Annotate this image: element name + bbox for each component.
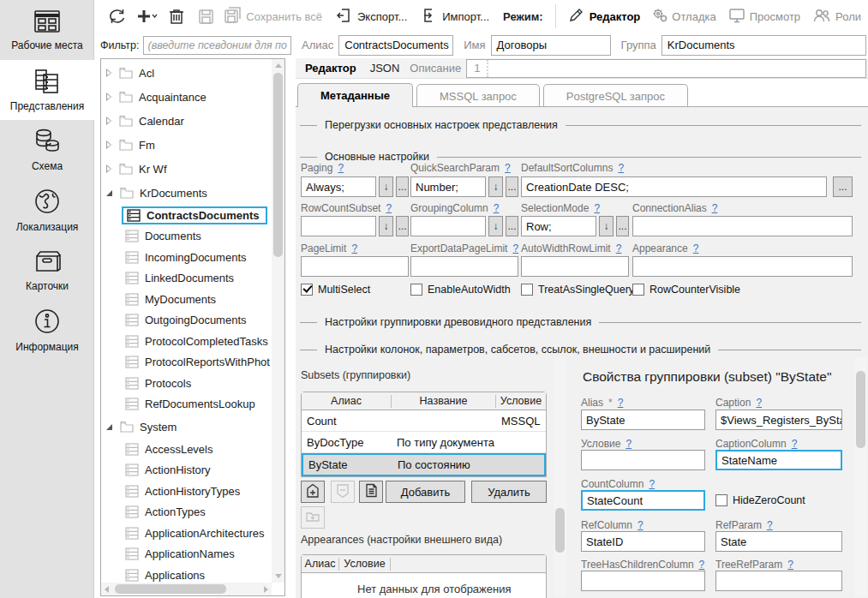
rowcountsubset-input[interactable]: [301, 216, 376, 236]
groupingcolumn-ellipsis-button[interactable]: ...: [506, 216, 518, 236]
help-link[interactable]: ?: [505, 162, 511, 174]
help-link[interactable]: ?: [787, 559, 793, 571]
tab-metadata[interactable]: Метаданные: [297, 83, 413, 107]
nav-item-workplaces[interactable]: Рабочие места: [0, 0, 94, 60]
treatassinglequery-checkbox[interactable]: TreatAsSingleQuery: [521, 284, 634, 296]
tree-item-applications[interactable]: Applications: [101, 565, 272, 583]
chevron-right-icon[interactable]: [106, 93, 111, 101]
prop-alias-input[interactable]: ByState: [581, 410, 705, 430]
help-link[interactable]: ?: [618, 162, 624, 174]
nav-item-schema[interactable]: Схема: [0, 120, 94, 180]
description-splitter[interactable]: [487, 60, 488, 77]
scroll-left-icon[interactable]: [105, 586, 109, 593]
help-link[interactable]: ?: [699, 559, 705, 571]
name-input[interactable]: Договоры: [491, 35, 611, 56]
tree-item-protocols[interactable]: Protocols: [101, 373, 272, 394]
selectionmode-input[interactable]: Row;: [521, 216, 596, 236]
help-link[interactable]: ?: [351, 242, 357, 254]
quicksearchparam-input[interactable]: Number;: [410, 176, 486, 197]
mode-editor-button[interactable]: Редактор: [568, 8, 641, 26]
tree-group-krdocuments[interactable]: KrDocuments: [101, 181, 272, 205]
hidezerocount-checkbox[interactable]: HideZeroCount: [715, 494, 805, 506]
help-link[interactable]: ?: [618, 397, 624, 409]
save-all-button[interactable]: Сохранить всё: [224, 7, 322, 27]
tree-group-system[interactable]: System: [101, 415, 272, 439]
mode-debug-button[interactable]: Отладка: [652, 8, 715, 26]
tree-item-linkeddocuments[interactable]: LinkedDocuments: [101, 268, 272, 290]
tree-item-actionhistory[interactable]: ActionHistory: [101, 460, 272, 481]
add-button[interactable]: [135, 5, 158, 27]
refresh-button[interactable]: [106, 5, 128, 27]
defaultsortcolumns-input[interactable]: CreationDate DESC;: [521, 176, 827, 197]
help-link[interactable]: ?: [756, 397, 762, 409]
tree-item-accesslevels[interactable]: AccessLevels: [101, 439, 272, 460]
help-link[interactable]: ?: [638, 519, 644, 531]
properties-panel-scrollbar[interactable]: [854, 357, 867, 596]
prop-treerefparam-input[interactable]: [715, 571, 842, 591]
scrollbar-thumb[interactable]: [856, 371, 865, 448]
autowidthrowlimit-input[interactable]: [521, 256, 629, 277]
enableautowidth-checkbox[interactable]: EnableAutoWidth: [410, 284, 511, 296]
column-header[interactable]: Условие: [339, 558, 391, 571]
chevron-expanded-icon[interactable]: [106, 424, 112, 430]
scrollbar-thumb[interactable]: [555, 508, 565, 553]
subset-add-badge-button[interactable]: [301, 481, 325, 503]
tree-group-acl[interactable]: Acl: [101, 61, 272, 85]
selectionmode-ellipsis-button[interactable]: ...: [616, 216, 629, 236]
prop-countcolumn-input[interactable]: StateCount: [581, 490, 705, 511]
paging-ellipsis-button[interactable]: ...: [396, 176, 409, 197]
help-link[interactable]: ?: [693, 242, 699, 254]
tree-item-contractsdocuments[interactable]: ContractsDocuments: [101, 205, 272, 226]
help-link[interactable]: ?: [616, 242, 622, 254]
column-header[interactable]: Алиас: [302, 395, 392, 408]
help-link[interactable]: ?: [512, 242, 518, 254]
paging-dropdown-button[interactable]: ↓: [379, 176, 393, 197]
tree-item-protocolcompletedtasks[interactable]: ProtocolCompletedTasks: [101, 331, 272, 352]
nav-item-views[interactable]: Представления: [0, 60, 94, 120]
subset-document-button[interactable]: [359, 481, 383, 503]
subset-delete-button[interactable]: Удалить: [471, 481, 547, 503]
help-link[interactable]: ?: [594, 202, 600, 214]
tree-item-refdocumentslookup[interactable]: RefDocumentsLookup: [101, 394, 272, 416]
prop-treehaschildrencolumn-input[interactable]: [581, 571, 705, 591]
paging-input[interactable]: Always;: [301, 176, 376, 197]
tab-mssql[interactable]: MSSQL запрос: [416, 84, 540, 107]
tree-item-protocolreportswithphotos[interactable]: ProtocolReportsWithPhot: [101, 352, 272, 374]
tab-postgresql[interactable]: PostgreSQL запрос: [543, 84, 688, 107]
exportdatapagelimit-input[interactable]: [410, 256, 518, 277]
groupingcolumn-dropdown-button[interactable]: ↓: [488, 216, 503, 236]
subsets-panel-scrollbar[interactable]: [554, 357, 566, 596]
tree-group-acquaintance[interactable]: Acquaintance: [101, 85, 272, 109]
prop-captioncolumn-input[interactable]: StateName: [715, 450, 842, 470]
scrollbar-thumb[interactable]: [115, 584, 226, 594]
rowcountsubset-ellipsis-button[interactable]: ...: [396, 216, 409, 236]
pagelimit-input[interactable]: [301, 256, 409, 277]
multiselect-checkbox[interactable]: MultiSelect: [301, 284, 370, 296]
rowcountervisible-checkbox[interactable]: RowCounterVisible: [632, 284, 740, 296]
subset-row-bystate[interactable]: ByState По состоянию: [302, 453, 546, 476]
json-toggle[interactable]: JSON: [365, 60, 405, 76]
help-link[interactable]: ?: [626, 438, 632, 450]
save-button[interactable]: [195, 5, 217, 27]
tree-item-outgoingdocuments[interactable]: OutgoingDocuments: [101, 310, 272, 332]
scroll-down-icon[interactable]: [275, 574, 282, 578]
prop-refcolumn-input[interactable]: StateID: [581, 531, 705, 552]
filter-input[interactable]: [143, 36, 291, 55]
help-link[interactable]: ?: [712, 202, 718, 214]
prop-refparam-input[interactable]: State: [715, 531, 842, 552]
rowcountsubset-dropdown-button[interactable]: ↓: [379, 216, 393, 236]
tree-item-actionhistorytypes[interactable]: ActionHistoryTypes: [101, 481, 272, 502]
groupingcolumn-input[interactable]: [410, 216, 486, 236]
description-input[interactable]: 1: [466, 59, 866, 78]
nav-item-info[interactable]: Информация: [0, 300, 94, 360]
help-link[interactable]: ?: [767, 519, 773, 531]
help-link[interactable]: ?: [792, 438, 798, 450]
subset-remove-badge-button[interactable]: [331, 481, 355, 503]
tree-item-actiontypes[interactable]: ActionTypes: [101, 502, 272, 523]
tree-item-incomingdocuments[interactable]: IncomingDocuments: [101, 247, 272, 268]
column-header[interactable]: Алиас: [302, 558, 339, 571]
connectionalias-input[interactable]: [632, 216, 853, 236]
group-input[interactable]: KrDocuments: [661, 35, 866, 56]
import-button[interactable]: Импорт...: [421, 7, 489, 27]
chevron-right-icon[interactable]: [106, 164, 111, 173]
